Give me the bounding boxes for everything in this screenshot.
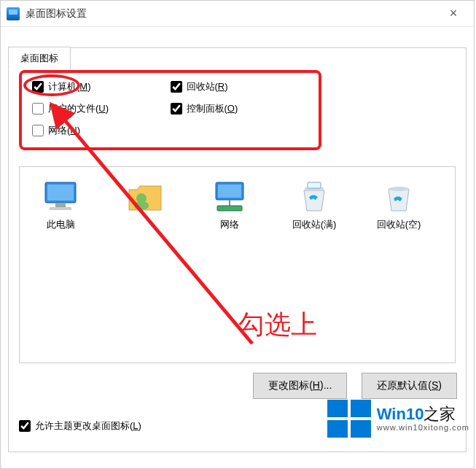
checkbox-user-files[interactable]: 用户的文件(U) [32, 102, 171, 115]
icon-label: 回收站(空) [377, 218, 421, 231]
app-icon [7, 7, 20, 20]
icon-preview-panel: 此电脑 [19, 166, 456, 363]
svg-point-4 [136, 193, 147, 204]
icon-label: 此电脑 [47, 218, 75, 231]
monitor-icon [41, 180, 80, 214]
checkbox-computer-label: 计算机(M) [48, 80, 91, 93]
checkbox-network-input[interactable] [32, 125, 44, 136]
svg-rect-10 [308, 182, 321, 188]
checkbox-recycle-bin[interactable]: 回收站(R) [171, 80, 309, 93]
checkbox-userfiles-label: 用户的文件(U) [48, 102, 109, 115]
checkbox-controlpanel-input[interactable] [171, 103, 182, 115]
restore-default-button[interactable]: 还原默认值(S) [362, 373, 457, 399]
checkbox-network-label: 网络(N) [48, 124, 80, 137]
watermark-logo: Win10之家 www.win10xitong.com [327, 400, 469, 438]
desktop-icons-checkbox-group: 计算机(M) 回收站(R) 用户的文件(U) 控制面板(O) [19, 70, 321, 150]
svg-rect-7 [218, 185, 241, 198]
svg-rect-5 [134, 202, 149, 209]
dialog-window: 桌面图标设置 × 桌面图标 桌面图标 计算机(M) 回收站(R) [0, 0, 475, 469]
window-title: 桌面图标设置 [26, 7, 87, 20]
svg-rect-9 [217, 206, 242, 211]
tab-panel: 桌面图标 计算机(M) 回收站(R) 用户的文件 [8, 47, 467, 452]
svg-rect-1 [47, 185, 74, 201]
icon-item-thispc[interactable]: 此电脑 [31, 180, 90, 231]
allow-theme-checkbox[interactable]: 允许主题更改桌面图标(L) [19, 419, 141, 433]
checkbox-recycle-label: 回收站(R) [187, 80, 228, 93]
svg-point-11 [389, 187, 409, 191]
checkbox-control-panel[interactable]: 控制面板(O) [171, 102, 309, 115]
tab-desktop-icons[interactable]: 桌面图标 [8, 47, 71, 70]
icon-item-recyclebin-full[interactable]: 回收站(满) [285, 180, 343, 231]
svg-rect-3 [50, 207, 71, 210]
recycle-bin-full-icon [294, 180, 334, 214]
icon-item-user[interactable] [116, 180, 174, 231]
checkbox-network[interactable]: 网络(N) [32, 124, 203, 137]
change-icon-button[interactable]: 更改图标(H)... [253, 373, 347, 399]
icon-item-recyclebin-empty[interactable]: 回收站(空) [370, 180, 428, 231]
svg-rect-2 [55, 203, 66, 207]
icon-label: 回收站(满) [292, 218, 337, 231]
recycle-bin-empty-icon [379, 180, 418, 214]
tab-area: 桌面图标 桌面图标 计算机(M) 回收站(R) [1, 47, 474, 452]
allow-theme-label: 允许主题更改桌面图标(L) [35, 419, 141, 433]
checkbox-recycle-input[interactable] [171, 81, 182, 93]
icon-label: 网络 [220, 218, 239, 231]
titlebar: 桌面图标设置 × [1, 1, 474, 27]
watermark-text: Win10之家 www.win10xitong.com [377, 406, 469, 432]
checkbox-computer[interactable]: 计算机(M) [32, 80, 171, 93]
close-button[interactable]: × [439, 6, 468, 21]
checkbox-userfiles-input[interactable] [32, 103, 44, 115]
button-row: 更改图标(H)... 还原默认值(S) [253, 373, 457, 399]
network-icon [210, 180, 249, 214]
allow-theme-input[interactable] [19, 420, 31, 432]
icon-row: 此电脑 [27, 180, 448, 231]
icon-item-network[interactable]: 网络 [200, 180, 259, 231]
user-folder-icon [125, 180, 165, 214]
windows-logo-icon [327, 400, 371, 438]
checkbox-controlpanel-label: 控制面板(O) [187, 102, 238, 115]
checkbox-computer-input[interactable] [32, 81, 44, 93]
